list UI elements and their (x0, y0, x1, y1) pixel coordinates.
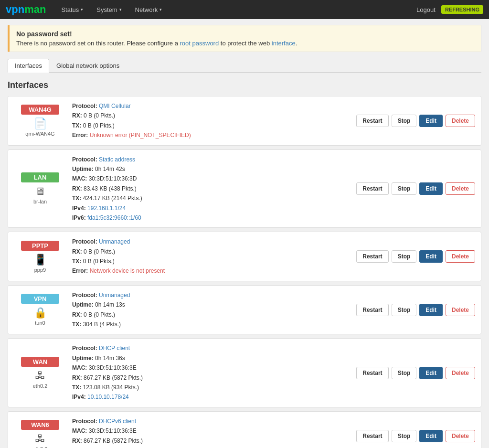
delete-button-wan[interactable]: Delete (446, 367, 475, 379)
iface-badge-wrap-wan: WAN 🖧 eth0.2 (14, 357, 66, 389)
iface-details-wan: Protocol: DHCP clientUptime: 0h 14m 36sM… (66, 343, 356, 402)
delete-button-pptp[interactable]: Delete (446, 250, 475, 263)
interface-card-wan4g: WAN4G 📄 qmi-WAN4G Protocol: QMI Cellular… (8, 96, 481, 146)
chevron-down-icon: ▾ (81, 7, 83, 12)
delete-button-vpn[interactable]: Delete (446, 304, 475, 316)
iface-icon-wan: 🖧 (35, 370, 45, 382)
nav-menu: Status ▾ System ▾ Network ▾ Logout (55, 3, 441, 16)
interface-card-vpn: VPN 🔒 tun0 Protocol: UnmanagedUptime: 0h… (8, 285, 481, 335)
iface-details-lan: Protocol: Static addressUptime: 0h 14m 4… (66, 155, 356, 223)
iface-icon-wan6: 🖧 (35, 433, 45, 445)
iface-actions-wan6: Restart Stop Edit Delete (356, 430, 475, 442)
edit-button-pptp[interactable]: Edit (419, 250, 443, 263)
iface-details-wan4g: Protocol: QMI CellularRX: 0 B (0 Pkts.)T… (66, 101, 356, 140)
interfaces-list: WAN4G 📄 qmi-WAN4G Protocol: QMI Cellular… (8, 96, 481, 448)
stop-button-pptp[interactable]: Stop (392, 250, 417, 263)
tab-interfaces[interactable]: Interfaces (8, 59, 49, 73)
restart-button-wan6[interactable]: Restart (356, 430, 388, 442)
restart-button-lan[interactable]: Restart (356, 182, 388, 195)
nav-status[interactable]: Status ▾ (55, 3, 89, 16)
iface-device-vpn: tun0 (35, 320, 45, 326)
stop-button-lan[interactable]: Stop (392, 182, 417, 195)
restart-button-wan4g[interactable]: Restart (356, 115, 388, 127)
restart-button-wan[interactable]: Restart (356, 367, 388, 379)
main-content: No password set! There is no password se… (0, 19, 489, 448)
iface-badge-lan: LAN (21, 172, 59, 182)
iface-actions-wan: Restart Stop Edit Delete (356, 367, 475, 379)
iface-actions-vpn: Restart Stop Edit Delete (356, 304, 475, 316)
iface-icon-wan4g: 📄 (34, 117, 47, 130)
iface-device-wan6: eth0.2 (33, 446, 48, 448)
edit-button-vpn[interactable]: Edit (419, 304, 443, 316)
chevron-down-icon: ▾ (159, 7, 162, 12)
iface-badge-pptp: PPTP (21, 241, 59, 251)
iface-details-vpn: Protocol: UnmanagedUptime: 0h 14m 13sRX:… (66, 290, 356, 330)
edit-button-wan4g[interactable]: Edit (419, 115, 443, 127)
interface-link[interactable]: interface (272, 40, 296, 47)
interface-card-wan6: WAN6 🖧 eth0.2 Protocol: DHCPv6 clientMAC… (8, 411, 481, 448)
iface-details-wan6: Protocol: DHCPv6 clientMAC: 30:3D:51:10:… (66, 416, 356, 448)
stop-button-wan6[interactable]: Stop (392, 430, 417, 442)
nav-system[interactable]: System ▾ (91, 3, 127, 16)
brand-logo: vpnman (6, 3, 46, 16)
edit-button-lan[interactable]: Edit (419, 182, 443, 195)
iface-device-wan4g: qmi-WAN4G (25, 131, 54, 137)
interface-card-lan: LAN 🖥 br-lan Protocol: Static addressUpt… (8, 149, 481, 228)
tabs-bar: Interfaces Global network options (8, 59, 481, 73)
iface-device-lan: br-lan (33, 199, 47, 204)
iface-actions-lan: Restart Stop Edit Delete (356, 182, 475, 195)
iface-icon-pptp: 📱 (34, 254, 47, 266)
interface-card-wan: WAN 🖧 eth0.2 Protocol: DHCP clientUptime… (8, 338, 481, 407)
navbar: vpnman Status ▾ System ▾ Network ▾ Logou… (0, 0, 489, 19)
iface-icon-vpn: 🔒 (34, 307, 47, 319)
delete-button-wan4g[interactable]: Delete (446, 115, 475, 127)
iface-device-wan: eth0.2 (33, 383, 48, 389)
restart-button-vpn[interactable]: Restart (356, 304, 388, 316)
warning-title: No password set! (16, 30, 474, 38)
stop-button-wan[interactable]: Stop (392, 367, 417, 379)
edit-button-wan6[interactable]: Edit (419, 430, 443, 442)
iface-device-pptp: ppp9 (34, 267, 46, 273)
section-title: Interfaces (8, 80, 481, 90)
tab-global-network-options[interactable]: Global network options (49, 59, 127, 72)
iface-badge-wrap-lan: LAN 🖥 br-lan (14, 172, 66, 204)
edit-button-wan[interactable]: Edit (419, 367, 443, 379)
iface-badge-wan4g: WAN4G (21, 105, 59, 115)
nav-network[interactable]: Network ▾ (129, 3, 168, 16)
chevron-down-icon: ▾ (119, 7, 122, 12)
iface-actions-pptp: Restart Stop Edit Delete (356, 250, 475, 263)
interface-card-pptp: PPTP 📱 ppp9 Protocol: UnmanagedRX: 0 B (… (8, 232, 481, 281)
warning-message: There is no password set on this router.… (16, 40, 474, 47)
iface-actions-wan4g: Restart Stop Edit Delete (356, 115, 475, 127)
iface-details-pptp: Protocol: UnmanagedRX: 0 B (0 Pkts.)TX: … (66, 237, 356, 276)
restart-button-pptp[interactable]: Restart (356, 250, 388, 263)
iface-badge-wrap-wan4g: WAN4G 📄 qmi-WAN4G (14, 105, 66, 137)
delete-button-lan[interactable]: Delete (446, 182, 475, 195)
iface-icon-lan: 🖥 (35, 185, 45, 198)
warning-box: No password set! There is no password se… (8, 25, 481, 52)
stop-button-wan4g[interactable]: Stop (392, 115, 417, 127)
nav-logout[interactable]: Logout (411, 3, 441, 16)
iface-badge-vpn: VPN (21, 294, 59, 304)
iface-badge-wan6: WAN6 (21, 420, 59, 430)
delete-button-wan6[interactable]: Delete (446, 430, 475, 442)
iface-badge-wrap-wan6: WAN6 🖧 eth0.2 (14, 420, 66, 448)
stop-button-vpn[interactable]: Stop (392, 304, 417, 316)
iface-badge-wrap-pptp: PPTP 📱 ppp9 (14, 241, 66, 273)
iface-badge-wrap-vpn: VPN 🔒 tun0 (14, 294, 66, 326)
brand-vpn: vpn (6, 3, 24, 15)
refreshing-badge: REFRESHING (441, 5, 483, 14)
iface-badge-wan: WAN (21, 357, 59, 367)
root-password-link[interactable]: root password (180, 40, 219, 47)
brand-man: man (24, 3, 46, 15)
